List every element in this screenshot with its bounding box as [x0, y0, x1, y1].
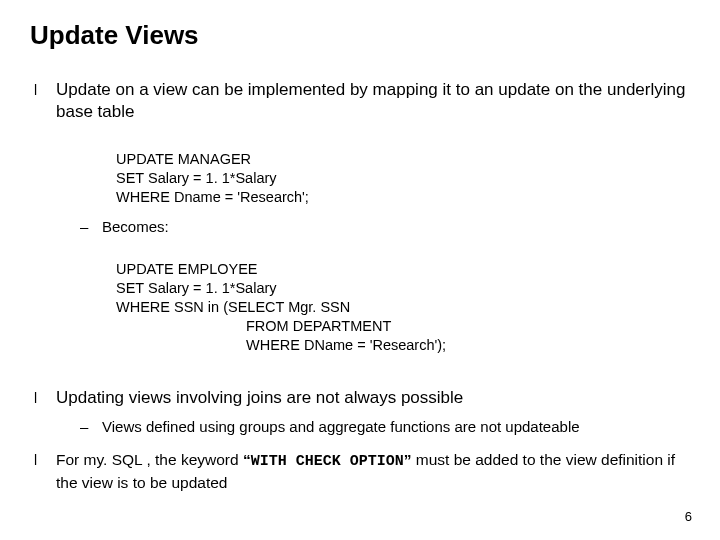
code-block-2: UPDATE EMPLOYEE SET Salary = 1. 1*Salary… — [116, 241, 690, 355]
code-keyword: WITH CHECK OPTION — [251, 453, 404, 470]
text-fragment: For my. SQL , the keyword — [56, 451, 243, 468]
sub-bullet-text: Views defined using groups and aggregate… — [102, 417, 580, 437]
code-line: UPDATE MANAGER — [116, 151, 251, 167]
bullet-item-2: l Updating views involving joins are not… — [30, 387, 690, 409]
code-line: UPDATE EMPLOYEE — [116, 261, 258, 277]
bullet-text: For my. SQL , the keyword “WITH CHECK OP… — [56, 449, 690, 493]
code-line: FROM DEPARTMENT — [116, 318, 391, 334]
bullet-item-1: l Update on a view can be implemented by… — [30, 79, 690, 123]
bullet-item-3: l For my. SQL , the keyword “WITH CHECK … — [30, 449, 690, 493]
code-line: WHERE Dname = 'Research'; — [116, 189, 309, 205]
sub-bullet-2: – Views defined using groups and aggrega… — [80, 417, 690, 437]
code-line: SET Salary = 1. 1*Salary — [116, 170, 277, 186]
bullet-marker: l — [30, 79, 56, 123]
slide-title: Update Views — [30, 20, 690, 51]
sub-bullet-text: Becomes: — [102, 217, 169, 237]
bullet-text: Updating views involving joins are not a… — [56, 387, 463, 409]
sub-bullet-marker: – — [80, 417, 102, 437]
open-quote: “ — [243, 451, 251, 468]
code-line: WHERE DName = 'Research'); — [116, 337, 446, 353]
code-block-1: UPDATE MANAGER SET Salary = 1. 1*Salary … — [116, 131, 690, 207]
bullet-marker: l — [30, 387, 56, 409]
bullet-marker: l — [30, 449, 56, 493]
code-line: WHERE SSN in (SELECT Mgr. SSN — [116, 299, 350, 315]
sub-bullet-1: – Becomes: — [80, 217, 690, 237]
sub-bullet-marker: – — [80, 217, 102, 237]
page-number: 6 — [685, 509, 692, 524]
bullet-text: Update on a view can be implemented by m… — [56, 79, 690, 123]
code-line: SET Salary = 1. 1*Salary — [116, 280, 277, 296]
